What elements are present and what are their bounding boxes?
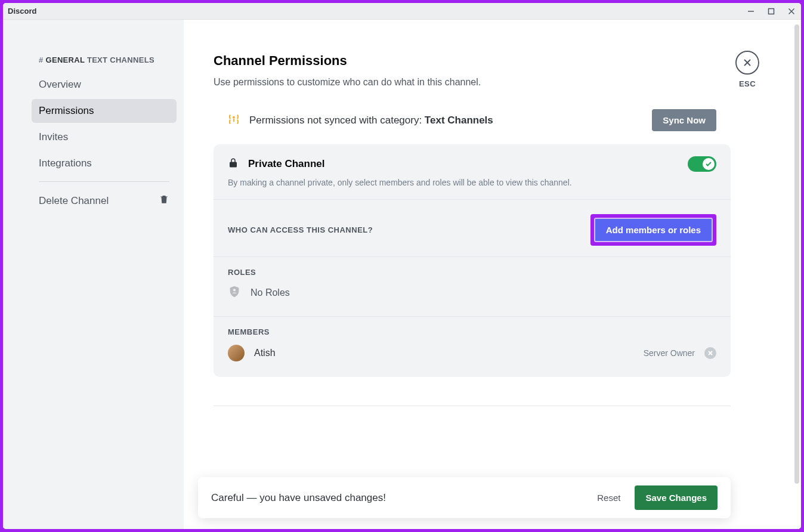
sidebar-item-label: Integrations — [39, 157, 92, 169]
main-content: ESC Channel Permissions Use permissions … — [184, 20, 801, 529]
sidebar-item-label: Delete Channel — [39, 195, 109, 207]
reset-button[interactable]: Reset — [587, 487, 630, 509]
save-changes-button[interactable]: Save Changes — [635, 485, 718, 510]
sidebar-item-delete-channel[interactable]: Delete Channel — [32, 188, 177, 214]
content-divider — [214, 406, 731, 406]
unsaved-changes-bar: Careful — you have unsaved changes! Rese… — [198, 477, 731, 518]
sync-text: Permissions not synced with category: Te… — [249, 115, 493, 126]
svg-rect-1 — [769, 8, 774, 14]
window-titlebar: Discord — [3, 3, 801, 20]
member-row: Atish Server Owner — [228, 345, 716, 366]
unsaved-text: Careful — you have unsaved changes! — [211, 492, 386, 504]
sidebar-item-invites[interactable]: Invites — [32, 125, 177, 149]
esc-label: ESC — [735, 79, 759, 88]
close-settings-button[interactable]: ESC — [735, 51, 759, 88]
settings-sidebar: #GENERAL TEXT CHANNELS Overview Permissi… — [3, 20, 184, 529]
access-heading: WHO CAN ACCESS THIS CHANNEL? — [228, 225, 373, 234]
no-roles-row: No Roles — [228, 285, 716, 305]
window-minimize-icon[interactable] — [746, 7, 756, 16]
svg-point-6 — [233, 116, 234, 117]
trash-icon — [159, 194, 169, 208]
sidebar-item-overview[interactable]: Overview — [32, 73, 177, 97]
page-title: Channel Permissions — [214, 53, 731, 69]
roles-heading: ROLES — [228, 268, 716, 277]
svg-point-8 — [233, 289, 236, 291]
private-channel-description: By making a channel private, only select… — [228, 178, 716, 187]
add-button-highlight: Add members or roles — [590, 214, 716, 246]
window-maximize-icon[interactable] — [766, 7, 776, 16]
private-channel-title: Private Channel — [248, 158, 325, 170]
sidebar-channel-header: #GENERAL TEXT CHANNELS — [32, 55, 177, 64]
hash-icon: # — [39, 55, 44, 64]
shield-icon — [228, 285, 241, 301]
no-roles-text: No Roles — [251, 287, 290, 298]
category-label: TEXT CHANNELS — [87, 55, 154, 64]
sidebar-item-permissions[interactable]: Permissions — [32, 99, 177, 123]
private-channel-toggle[interactable] — [688, 156, 716, 172]
sidebar-item-label: Invites — [39, 131, 68, 143]
sidebar-divider — [39, 181, 169, 182]
channel-name: GENERAL — [46, 55, 85, 64]
add-members-or-roles-button[interactable]: Add members or roles — [594, 218, 713, 242]
avatar — [228, 345, 245, 361]
page-description: Use permissions to customize who can do … — [214, 77, 731, 88]
sidebar-item-label: Permissions — [39, 105, 94, 117]
permissions-card: Private Channel By making a channel priv… — [214, 144, 731, 377]
lock-icon — [228, 157, 239, 171]
sync-notice: Permissions not synced with category: Te… — [214, 109, 731, 131]
server-owner-badge: Server Owner — [644, 348, 695, 358]
sidebar-item-label: Overview — [39, 79, 81, 91]
members-heading: MEMBERS — [228, 327, 716, 336]
window-close-icon[interactable] — [787, 7, 796, 16]
warning-icon — [228, 113, 240, 128]
window-title: Discord — [8, 7, 36, 16]
sync-now-button[interactable]: Sync Now — [652, 109, 716, 131]
remove-member-icon[interactable] — [704, 347, 716, 359]
sidebar-item-integrations[interactable]: Integrations — [32, 151, 177, 175]
member-name: Atish — [254, 348, 276, 358]
